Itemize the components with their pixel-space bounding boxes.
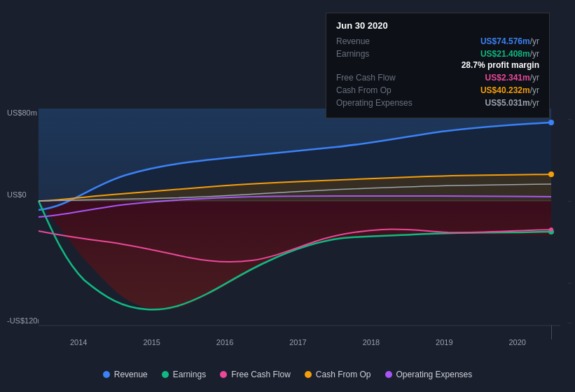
legend-dot-opex: [385, 371, 392, 378]
tooltip-cashop-row: Cash From Op US$40.232m/yr: [336, 85, 539, 95]
profit-margin: 28.7% profit margin: [462, 60, 539, 70]
earnings-label: Earnings: [336, 49, 427, 59]
legend-dot-revenue: [103, 371, 110, 378]
revenue-value: US$74.576m/yr: [480, 36, 539, 46]
legend-opex[interactable]: Operating Expenses: [385, 370, 473, 379]
legend: Revenue Earnings Free Cash Flow Cash Fro…: [0, 370, 575, 379]
earnings-value: US$21.408m/yr: [480, 49, 539, 59]
tooltip-box: Jun 30 2020 Revenue US$74.576m/yr Earnin…: [326, 13, 550, 118]
x-label-2018: 2018: [363, 338, 380, 346]
x-axis-labels: 2014 2015 2016 2017 2018 2019 2020: [0, 338, 575, 346]
legend-dot-cashop: [305, 371, 312, 378]
revenue-endpoint: [548, 120, 554, 125]
legend-label-fcf: Free Cash Flow: [231, 370, 291, 379]
legend-cashop[interactable]: Cash From Op: [305, 370, 371, 379]
opex-value: US$5.031m/yr: [485, 98, 539, 108]
x-label-2019: 2019: [436, 338, 452, 346]
tooltip-opex-row: Operating Expenses US$5.031m/yr: [336, 98, 539, 108]
tooltip-date: Jun 30 2020: [336, 20, 539, 31]
x-label-2016: 2016: [216, 338, 233, 346]
x-label-2017: 2017: [289, 338, 306, 346]
fcf-value: US$2.341m/yr: [485, 73, 539, 83]
legend-label-earnings: Earnings: [173, 370, 206, 379]
legend-earnings[interactable]: Earnings: [162, 370, 206, 379]
revenue-label: Revenue: [336, 36, 427, 46]
legend-dot-earnings: [162, 371, 169, 378]
cashop-endpoint: [548, 172, 554, 177]
cashop-value: US$40.232m/yr: [480, 85, 539, 95]
tooltip-earnings-row: Earnings US$21.408m/yr: [336, 49, 539, 59]
fcf-endpoint: [549, 227, 553, 232]
x-label-2020: 2020: [509, 338, 526, 346]
fcf-label: Free Cash Flow: [336, 73, 427, 83]
cashop-label: Cash From Op: [336, 85, 427, 95]
tooltip-fcf-row: Free Cash Flow US$2.341m/yr: [336, 73, 539, 83]
legend-dot-fcf: [220, 371, 227, 378]
opex-label: Operating Expenses: [336, 98, 427, 108]
profit-margin-row: 28.7% profit margin: [336, 60, 539, 70]
x-label-2014: 2014: [70, 338, 87, 346]
chart-container: Jun 30 2020 Revenue US$74.576m/yr Earnin…: [0, 0, 575, 392]
legend-fcf[interactable]: Free Cash Flow: [220, 370, 291, 379]
tooltip-revenue-row: Revenue US$74.576m/yr: [336, 36, 539, 46]
x-label-2015: 2015: [143, 338, 160, 346]
legend-label-cashop: Cash From Op: [316, 370, 371, 379]
legend-label-revenue: Revenue: [114, 370, 148, 379]
legend-revenue[interactable]: Revenue: [103, 370, 148, 379]
legend-label-opex: Operating Expenses: [396, 370, 473, 379]
